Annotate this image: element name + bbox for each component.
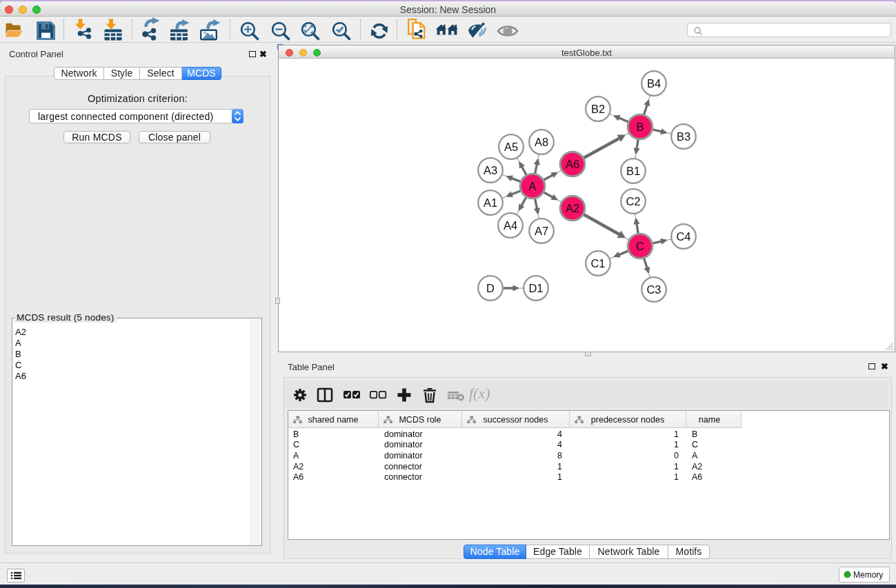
svg-text:A8: A8 [535, 136, 548, 148]
svg-text:C: C [636, 240, 644, 252]
svg-text:A2: A2 [566, 202, 579, 214]
svg-text:A1: A1 [484, 196, 497, 209]
svg-text:D: D [486, 282, 495, 294]
svg-text:B2: B2 [591, 103, 605, 115]
svg-text:A3: A3 [484, 164, 497, 176]
svg-text:C2: C2 [626, 195, 640, 207]
svg-text:B: B [636, 121, 644, 133]
svg-text:B4: B4 [647, 77, 661, 90]
svg-text:C3: C3 [646, 283, 661, 296]
svg-text:A7: A7 [535, 225, 548, 237]
svg-text:A4: A4 [504, 219, 517, 232]
svg-text:C1: C1 [590, 257, 605, 270]
svg-text:A6: A6 [566, 158, 579, 170]
svg-text:D1: D1 [528, 282, 543, 294]
svg-text:A5: A5 [504, 141, 518, 153]
svg-text:C4: C4 [676, 230, 690, 243]
svg-text:B3: B3 [677, 130, 690, 143]
svg-text:A: A [528, 180, 536, 192]
svg-text:B1: B1 [626, 165, 640, 177]
